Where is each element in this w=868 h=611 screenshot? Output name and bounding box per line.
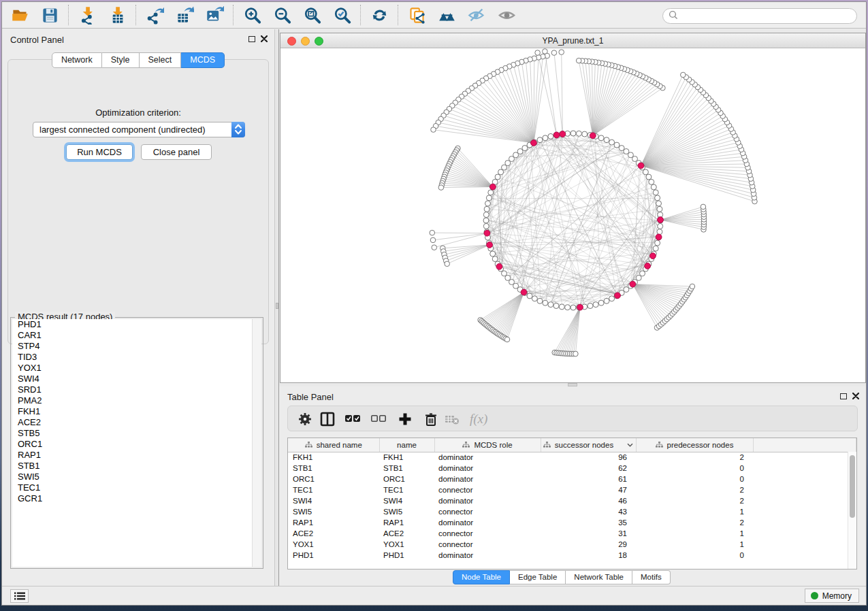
- export-table-button[interactable]: [170, 3, 199, 27]
- mcds-node-item[interactable]: SWI4: [12, 374, 252, 384]
- column-type-icon: [656, 441, 663, 449]
- mcds-node-item[interactable]: RAP1: [12, 450, 252, 461]
- table-row[interactable]: ACE2ACE2connector 311: [288, 528, 856, 539]
- mcds-node-item[interactable]: SRD1: [12, 384, 252, 395]
- mcds-node-item[interactable]: GCR1: [12, 493, 252, 504]
- tab-network-table[interactable]: Network Table: [566, 570, 632, 584]
- table-row[interactable]: STB1STB1dominator 620: [288, 463, 856, 474]
- tab-style[interactable]: Style: [102, 52, 140, 68]
- search-box[interactable]: [662, 8, 857, 24]
- splitter-grip[interactable]: [276, 303, 278, 309]
- network-window-titlebar[interactable]: YPA_prune.txt_1: [280, 33, 865, 48]
- show-all-button[interactable]: [492, 3, 521, 27]
- hide-selected-button[interactable]: [462, 3, 492, 27]
- mcds-node-item[interactable]: STP4: [12, 341, 252, 352]
- export-network-button[interactable]: [140, 3, 170, 27]
- table-row[interactable]: PHD1PHD1dominator 180: [288, 550, 856, 561]
- function-icon: f(x): [470, 412, 487, 427]
- table-row[interactable]: ORC1ORC1dominator 610: [288, 474, 856, 484]
- column-header[interactable]: shared name: [288, 438, 379, 452]
- float-panel-icon[interactable]: [840, 393, 847, 399]
- mcds-node-item[interactable]: STB5: [12, 428, 252, 439]
- node-table: shared namenameMCDS rolesuccessor nodesp…: [287, 437, 857, 569]
- close-panel-icon[interactable]: [852, 393, 859, 399]
- column-header[interactable]: successor nodes: [541, 438, 636, 452]
- criterion-dropdown[interactable]: largest connected component (undirected): [33, 122, 245, 137]
- column-header[interactable]: predecessor nodes: [636, 438, 753, 452]
- tab-motifs[interactable]: Motifs: [632, 570, 671, 584]
- delete-row-button[interactable]: [423, 409, 439, 429]
- scrollbar-thumb[interactable]: [850, 455, 855, 518]
- column-header[interactable]: name: [379, 438, 434, 452]
- network-window: YPA_prune.txt_1: [280, 33, 866, 383]
- zoom-out-button[interactable]: [267, 3, 297, 27]
- table-row[interactable]: SWI4SWI4dominator 462: [288, 495, 856, 506]
- list-icon: [14, 592, 25, 600]
- clone-network-button[interactable]: [402, 3, 432, 27]
- mcds-result-list[interactable]: PHD1CAR1STP4TID3YOX1SWI4SRD1PMA2FKH1ACE2…: [12, 319, 252, 567]
- table-row[interactable]: SWI5SWI5connector 431: [288, 506, 856, 517]
- toolbar-separator: [398, 5, 398, 25]
- mcds-node-item[interactable]: FKH1: [12, 406, 252, 417]
- save-session-button[interactable]: [35, 3, 65, 27]
- mcds-node-item[interactable]: STB1: [12, 461, 252, 472]
- tab-edge-table[interactable]: Edge Table: [510, 570, 566, 584]
- delete-row-icon: [423, 412, 439, 427]
- toolbar-separator: [68, 5, 69, 25]
- toolbar-separator: [135, 5, 136, 25]
- add-row-button[interactable]: [398, 409, 413, 429]
- settings-icon: [298, 412, 313, 427]
- split-view-icon: [320, 412, 336, 427]
- close-panel-button[interactable]: Close panel: [141, 144, 212, 160]
- first-neighbors-button[interactable]: [432, 3, 462, 27]
- memory-button[interactable]: Memory: [805, 589, 859, 603]
- zoom-in-button[interactable]: [237, 3, 267, 27]
- memory-status-icon: [811, 592, 818, 599]
- mcds-node-item[interactable]: TID3: [12, 352, 252, 363]
- import-table-icon: [108, 6, 127, 24]
- float-panel-icon[interactable]: [248, 36, 255, 42]
- table-row[interactable]: RAP1RAP1dominator 352: [288, 517, 856, 528]
- mcds-node-item[interactable]: CAR1: [12, 330, 252, 341]
- mcds-node-item[interactable]: TEC1: [12, 482, 252, 493]
- open-session-button[interactable]: [5, 3, 35, 27]
- export-image-button[interactable]: [199, 3, 229, 27]
- mcds-node-item[interactable]: YOX1: [12, 363, 252, 374]
- select-all-button[interactable]: [344, 409, 360, 429]
- mcds-node-item[interactable]: ACE2: [12, 417, 252, 428]
- zoom-fit-button[interactable]: [297, 3, 327, 27]
- import-table-button[interactable]: [102, 3, 132, 27]
- network-canvas[interactable]: [280, 48, 865, 382]
- task-history-button[interactable]: [10, 589, 29, 603]
- settings-button[interactable]: [298, 409, 313, 429]
- run-mcds-button[interactable]: Run MCDS: [66, 144, 133, 160]
- delete-table-button: [444, 409, 460, 429]
- mcds-node-item[interactable]: PMA2: [12, 395, 252, 406]
- tab-select[interactable]: Select: [140, 52, 182, 68]
- tab-network[interactable]: Network: [52, 52, 102, 68]
- column-type-icon: [462, 441, 470, 449]
- apply-layout-button[interactable]: [364, 3, 394, 27]
- zoom-selected-button[interactable]: [327, 3, 357, 27]
- column-header[interactable]: [753, 438, 856, 452]
- search-input[interactable]: [678, 10, 856, 22]
- table-row[interactable]: FKH1FKH1dominator 962: [288, 452, 856, 463]
- vertical-splitter[interactable]: [274, 29, 279, 586]
- import-network-button[interactable]: [72, 3, 102, 27]
- mcds-list-scrollbar[interactable]: [252, 319, 261, 567]
- mcds-node-item[interactable]: SWI5: [12, 472, 252, 482]
- close-panel-icon[interactable]: [261, 35, 268, 42]
- mcds-node-item[interactable]: ORC1: [12, 439, 252, 450]
- tab-node-table[interactable]: Node Table: [453, 570, 510, 584]
- split-view-button[interactable]: [320, 409, 336, 429]
- column-header[interactable]: MCDS role: [434, 438, 541, 452]
- table-scrollbar[interactable]: [848, 452, 856, 569]
- table-row[interactable]: TEC1TEC1connector 472: [288, 484, 856, 495]
- toolbar-separator: [233, 5, 234, 25]
- deselect-all-button[interactable]: [370, 409, 386, 429]
- table-panel: Table Panel f(x) shared namenameMCDS rol…: [279, 386, 866, 586]
- table-toolbar: f(x): [287, 406, 858, 431]
- tab-mcds[interactable]: MCDS: [181, 52, 225, 68]
- table-row[interactable]: YOX1YOX1connector 291: [288, 539, 856, 550]
- mcds-node-item[interactable]: PHD1: [12, 319, 252, 330]
